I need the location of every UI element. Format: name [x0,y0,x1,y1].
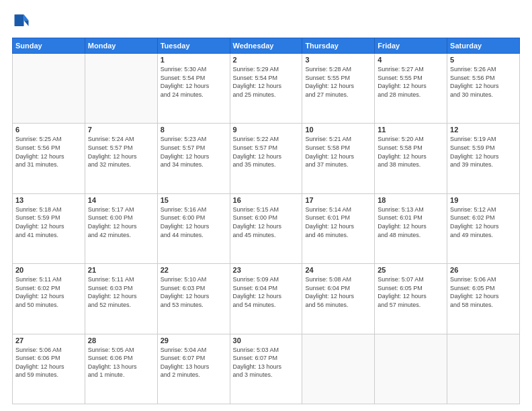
day-info: Sunrise: 5:10 AMSunset: 6:03 PMDaylight:… [161,275,227,309]
day-number: 3 [305,56,371,64]
day-info: Sunrise: 5:03 AMSunset: 6:07 PMDaylight:… [233,346,300,379]
logo [12,12,34,31]
day-info: Sunrise: 5:08 AMSunset: 6:04 PMDaylight:… [305,275,371,309]
week-row-2: 6Sunrise: 5:25 AMSunset: 5:56 PMDaylight… [13,124,520,193]
day-number: 16 [233,196,300,204]
day-number: 10 [305,126,371,134]
day-info: Sunrise: 5:29 AMSunset: 5:54 PMDaylight:… [233,65,300,99]
day-cell: 8Sunrise: 5:23 AMSunset: 5:57 PMDaylight… [157,124,230,193]
day-cell: 1Sunrise: 5:30 AMSunset: 5:54 PMDaylight… [157,54,230,124]
day-info: Sunrise: 5:14 AMSunset: 6:01 PMDaylight:… [305,205,371,239]
day-cell [447,334,520,404]
day-cell [13,54,85,124]
day-info: Sunrise: 5:19 AMSunset: 5:59 PMDaylight:… [450,135,517,169]
day-cell: 17Sunrise: 5:14 AMSunset: 6:01 PMDayligh… [302,193,375,263]
day-info: Sunrise: 5:20 AMSunset: 5:58 PMDaylight:… [378,135,444,169]
day-info: Sunrise: 5:11 AMSunset: 6:03 PMDaylight:… [88,275,154,309]
day-info: Sunrise: 5:18 AMSunset: 5:59 PMDaylight:… [15,205,82,239]
day-number: 7 [88,126,154,134]
day-cell: 21Sunrise: 5:11 AMSunset: 6:03 PMDayligh… [85,264,157,334]
day-cell: 30Sunrise: 5:03 AMSunset: 6:07 PMDayligh… [230,334,302,404]
day-info: Sunrise: 5:22 AMSunset: 5:57 PMDaylight:… [233,135,300,169]
day-number: 9 [233,126,300,134]
day-number: 21 [88,266,154,274]
header [12,12,520,31]
day-cell: 26Sunrise: 5:06 AMSunset: 6:05 PMDayligh… [447,264,520,334]
day-cell: 20Sunrise: 5:11 AMSunset: 6:02 PMDayligh… [13,264,85,334]
day-cell: 2Sunrise: 5:29 AMSunset: 5:54 PMDaylight… [230,54,302,124]
weekday-header-thursday: Thursday [302,38,375,54]
day-info: Sunrise: 5:05 AMSunset: 6:06 PMDaylight:… [88,346,154,379]
weekday-header-tuesday: Tuesday [157,38,230,54]
day-number: 17 [305,196,371,204]
day-cell: 5Sunrise: 5:26 AMSunset: 5:56 PMDaylight… [447,54,520,124]
day-info: Sunrise: 5:23 AMSunset: 5:57 PMDaylight:… [161,135,227,169]
day-cell: 25Sunrise: 5:07 AMSunset: 6:05 PMDayligh… [375,264,447,334]
svg-marker-0 [24,15,29,21]
weekday-header-monday: Monday [85,38,157,54]
day-cell: 18Sunrise: 5:13 AMSunset: 6:01 PMDayligh… [375,193,447,263]
day-cell: 19Sunrise: 5:12 AMSunset: 6:02 PMDayligh… [447,193,520,263]
day-number: 19 [450,196,517,204]
day-number: 20 [15,266,82,274]
day-cell: 10Sunrise: 5:21 AMSunset: 5:58 PMDayligh… [302,124,375,193]
day-info: Sunrise: 5:17 AMSunset: 6:00 PMDaylight:… [88,205,154,239]
day-number: 29 [161,336,227,345]
day-cell: 12Sunrise: 5:19 AMSunset: 5:59 PMDayligh… [447,124,520,193]
day-number: 12 [450,126,517,134]
day-info: Sunrise: 5:15 AMSunset: 6:00 PMDaylight:… [233,205,300,239]
day-info: Sunrise: 5:25 AMSunset: 5:56 PMDaylight:… [15,135,82,169]
day-number: 14 [88,196,154,204]
day-number: 13 [15,196,82,204]
logo-icon [12,12,31,31]
day-number: 2 [233,56,300,64]
day-cell: 3Sunrise: 5:28 AMSunset: 5:55 PMDaylight… [302,54,375,124]
day-number: 24 [305,266,371,274]
day-cell: 28Sunrise: 5:05 AMSunset: 6:06 PMDayligh… [85,334,157,404]
day-cell: 11Sunrise: 5:20 AMSunset: 5:58 PMDayligh… [375,124,447,193]
day-info: Sunrise: 5:09 AMSunset: 6:04 PMDaylight:… [233,275,300,309]
day-number: 27 [15,336,82,345]
day-number: 8 [161,126,227,134]
day-number: 5 [450,56,517,64]
day-number: 22 [161,266,227,274]
weekday-header-wednesday: Wednesday [230,38,302,54]
day-cell: 22Sunrise: 5:10 AMSunset: 6:03 PMDayligh… [157,264,230,334]
day-number: 30 [233,336,300,345]
day-info: Sunrise: 5:27 AMSunset: 5:55 PMDaylight:… [378,65,444,99]
day-number: 28 [88,336,154,345]
day-info: Sunrise: 5:13 AMSunset: 6:01 PMDaylight:… [378,205,444,239]
day-cell: 6Sunrise: 5:25 AMSunset: 5:56 PMDaylight… [13,124,85,193]
day-number: 4 [378,56,444,64]
day-number: 26 [450,266,517,274]
day-number: 18 [378,196,444,204]
day-number: 11 [378,126,444,134]
day-number: 25 [378,266,444,274]
week-row-3: 13Sunrise: 5:18 AMSunset: 5:59 PMDayligh… [13,193,520,263]
day-info: Sunrise: 5:24 AMSunset: 5:57 PMDaylight:… [88,135,154,169]
day-cell: 9Sunrise: 5:22 AMSunset: 5:57 PMDaylight… [230,124,302,193]
day-info: Sunrise: 5:07 AMSunset: 6:05 PMDaylight:… [378,275,444,309]
day-info: Sunrise: 5:30 AMSunset: 5:54 PMDaylight:… [161,65,227,99]
day-info: Sunrise: 5:04 AMSunset: 6:07 PMDaylight:… [161,346,227,379]
weekday-header-saturday: Saturday [447,38,520,54]
day-info: Sunrise: 5:11 AMSunset: 6:02 PMDaylight:… [15,275,82,309]
day-cell [85,54,157,124]
week-row-5: 27Sunrise: 5:06 AMSunset: 6:06 PMDayligh… [13,334,520,404]
day-cell: 16Sunrise: 5:15 AMSunset: 6:00 PMDayligh… [230,193,302,263]
day-number: 1 [161,56,227,64]
week-row-4: 20Sunrise: 5:11 AMSunset: 6:02 PMDayligh… [13,264,520,334]
day-cell: 7Sunrise: 5:24 AMSunset: 5:57 PMDaylight… [85,124,157,193]
day-cell: 14Sunrise: 5:17 AMSunset: 6:00 PMDayligh… [85,193,157,263]
day-info: Sunrise: 5:06 AMSunset: 6:06 PMDaylight:… [15,346,82,379]
day-info: Sunrise: 5:16 AMSunset: 6:00 PMDaylight:… [161,205,227,239]
day-cell [302,334,375,404]
svg-rect-2 [15,15,24,27]
day-number: 23 [233,266,300,274]
page: SundayMondayTuesdayWednesdayThursdayFrid… [0,0,532,411]
day-info: Sunrise: 5:12 AMSunset: 6:02 PMDaylight:… [450,205,517,239]
weekday-header-row: SundayMondayTuesdayWednesdayThursdayFrid… [13,38,520,54]
calendar-table: SundayMondayTuesdayWednesdayThursdayFrid… [12,38,520,404]
day-cell: 4Sunrise: 5:27 AMSunset: 5:55 PMDaylight… [375,54,447,124]
day-cell: 23Sunrise: 5:09 AMSunset: 6:04 PMDayligh… [230,264,302,334]
